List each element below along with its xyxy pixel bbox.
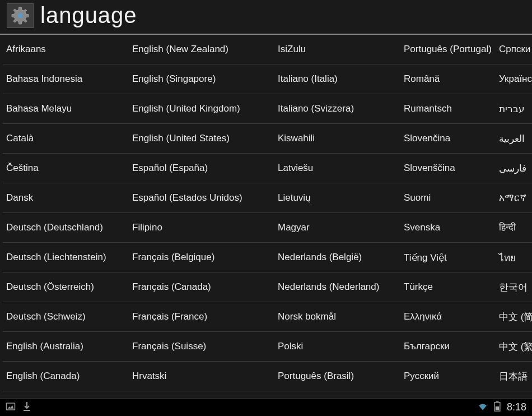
language-item[interactable]: Hrvatski [129, 362, 274, 391]
language-item[interactable]: አማርኛ [496, 183, 532, 213]
gear-icon [7, 3, 34, 28]
language-item[interactable]: Suomi [400, 183, 496, 213]
language-item[interactable]: English (United Kingdom) [129, 94, 274, 124]
language-item[interactable]: Português (Portugal) [400, 35, 496, 64]
language-item[interactable]: Deutsch (Österreich) [3, 272, 129, 302]
language-item[interactable]: Deutsch (Deutschland) [3, 213, 129, 243]
language-item[interactable]: Kiswahili [274, 124, 400, 154]
language-item[interactable]: Română [400, 64, 496, 94]
language-item[interactable]: Filipino [129, 213, 274, 243]
svg-rect-7 [496, 406, 500, 410]
language-item[interactable]: Italiano (Italia) [274, 64, 400, 94]
svg-marker-3 [8, 405, 14, 408]
language-item[interactable]: Magyar [274, 213, 400, 243]
language-item[interactable]: Українська [496, 64, 532, 94]
language-item[interactable]: Polski [274, 332, 400, 362]
language-item[interactable]: Français (Suisse) [129, 332, 274, 362]
language-item[interactable]: Dansk [3, 183, 129, 213]
language-item[interactable]: Rumantsch [400, 94, 496, 124]
battery-icon [492, 401, 502, 414]
language-column-2: IsiZulu Italiano (Italia) Italiano (Sviz… [274, 35, 400, 391]
language-item[interactable]: Latviešu [274, 154, 400, 183]
language-item[interactable]: Svenska [400, 213, 496, 243]
language-item[interactable]: العربية [496, 124, 532, 154]
language-item[interactable]: Français (France) [129, 302, 274, 332]
language-item[interactable]: Español (España) [129, 154, 274, 183]
svg-point-1 [18, 13, 23, 18]
language-item[interactable]: English (New Zealand) [129, 35, 274, 64]
language-item[interactable]: Bahasa Melayu [3, 94, 129, 124]
language-column-4: Српски Українська עברית العربية فارسى አማ… [496, 35, 532, 391]
language-grid: Afrikaans Bahasa Indonesia Bahasa Melayu… [0, 35, 532, 391]
status-right: 8:18 [478, 401, 526, 414]
language-item[interactable]: 日本語 [496, 362, 532, 391]
language-item[interactable]: Русский [400, 362, 496, 391]
language-item[interactable]: Français (Canada) [129, 272, 274, 302]
language-item[interactable]: Türkçe [400, 272, 496, 302]
page-title: language [40, 3, 137, 28]
language-column-3: Português (Portugal) Română Rumantsch Sl… [400, 35, 496, 391]
language-item[interactable]: English (Australia) [3, 332, 129, 362]
language-item[interactable]: Nederlands (Nederland) [274, 272, 400, 302]
language-item[interactable]: 한국어 [496, 272, 532, 302]
svg-rect-2 [7, 403, 15, 410]
language-column-0: Afrikaans Bahasa Indonesia Bahasa Melayu… [3, 35, 129, 391]
status-bar: 8:18 [0, 398, 532, 416]
language-item[interactable]: ไทย [496, 243, 532, 272]
language-item[interactable]: Slovenčina [400, 124, 496, 154]
status-left [6, 401, 31, 414]
wifi-icon [478, 401, 488, 414]
language-item[interactable]: Български [400, 332, 496, 362]
language-item[interactable]: Français (Belgique) [129, 243, 274, 272]
language-item[interactable]: IsiZulu [274, 35, 400, 64]
image-notification-icon[interactable] [6, 402, 16, 413]
language-item[interactable]: Norsk bokmål [274, 302, 400, 332]
language-item[interactable]: فارسى [496, 154, 532, 183]
download-icon[interactable] [22, 401, 31, 414]
language-item[interactable]: Slovenščina [400, 154, 496, 183]
language-item[interactable]: Português (Brasil) [274, 362, 400, 391]
language-item[interactable]: 中文 (繁體) [496, 332, 532, 362]
language-item[interactable]: Bahasa Indonesia [3, 64, 129, 94]
language-item[interactable]: 中文 (简体) [496, 302, 532, 332]
language-item[interactable]: Српски [496, 35, 532, 64]
language-item[interactable]: हिन्दी [496, 213, 532, 243]
language-item[interactable]: Lietuvių [274, 183, 400, 213]
language-item[interactable]: Afrikaans [3, 35, 129, 64]
language-item[interactable]: עברית [496, 94, 532, 124]
language-item[interactable]: English (Singapore) [129, 64, 274, 94]
language-item[interactable]: Español (Estados Unidos) [129, 183, 274, 213]
language-item[interactable]: Nederlands (België) [274, 243, 400, 272]
language-item[interactable]: Català [3, 124, 129, 154]
language-item[interactable]: Deutsch (Liechtenstein) [3, 243, 129, 272]
settings-header: language [0, 0, 532, 35]
language-item[interactable]: Deutsch (Schweiz) [3, 302, 129, 332]
language-item[interactable]: English (Canada) [3, 362, 129, 391]
language-item[interactable]: Ελληνικά [400, 302, 496, 332]
language-item[interactable]: Tiếng Việt [400, 243, 496, 272]
language-column-1: English (New Zealand) English (Singapore… [129, 35, 274, 391]
clock: 8:18 [507, 401, 526, 413]
language-item[interactable]: English (United States) [129, 124, 274, 154]
language-item[interactable]: Čeština [3, 154, 129, 183]
language-item[interactable]: Italiano (Svizzera) [274, 94, 400, 124]
